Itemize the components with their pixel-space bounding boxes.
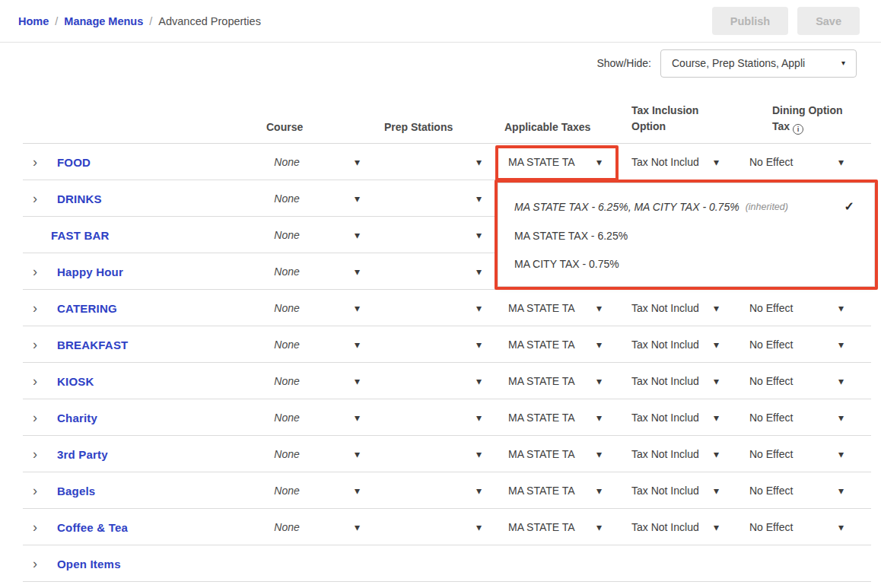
menu-name-link[interactable]: Charity bbox=[57, 411, 97, 424]
tax-inclusion-caret-down-icon[interactable]: ▾ bbox=[714, 522, 719, 532]
dining-option-tax-value[interactable]: No Effect bbox=[749, 448, 793, 460]
info-icon[interactable]: i bbox=[793, 124, 803, 135]
menu-name-link[interactable]: CATERING bbox=[57, 301, 117, 314]
breadcrumb-home-link[interactable]: Home bbox=[18, 15, 49, 27]
dining-option-tax-value[interactable]: No Effect bbox=[749, 302, 793, 314]
menu-name-link[interactable]: FOOD bbox=[57, 155, 91, 168]
prep-stations-caret-down-icon[interactable]: ▾ bbox=[476, 157, 482, 167]
chevron-right-icon[interactable]: › bbox=[33, 263, 37, 279]
applicable-taxes-caret-down-icon[interactable]: ▾ bbox=[596, 376, 602, 386]
course-caret-down-icon[interactable]: ▾ bbox=[355, 522, 360, 532]
tax-inclusion-trigger[interactable]: Tax Not Includ bbox=[631, 412, 699, 424]
course-caret-down-icon[interactable]: ▾ bbox=[355, 485, 360, 496]
tax-inclusion-trigger[interactable]: Tax Not Includ bbox=[631, 375, 699, 387]
course-caret-down-icon[interactable]: ▾ bbox=[355, 376, 360, 386]
chevron-right-icon[interactable]: › bbox=[33, 336, 37, 352]
applicable-taxes-trigger[interactable]: MA STATE TA bbox=[508, 412, 575, 424]
applicable-taxes-caret-down-icon[interactable]: ▾ bbox=[596, 339, 602, 350]
tax-inclusion-trigger[interactable]: Tax Not Includ bbox=[631, 485, 699, 497]
applicable-taxes-trigger[interactable]: MA STATE TA bbox=[508, 521, 575, 533]
publish-button[interactable]: Publish bbox=[712, 7, 788, 35]
menu-name-link[interactable]: FAST BAR bbox=[51, 228, 110, 241]
dining-option-tax-value[interactable]: No Effect bbox=[749, 521, 793, 533]
tax-inclusion-trigger[interactable]: Tax Not Includ bbox=[631, 156, 699, 168]
tax-inclusion-trigger[interactable]: Tax Not Includ bbox=[631, 338, 699, 351]
save-button[interactable]: Save bbox=[797, 7, 860, 35]
tax-inclusion-caret-down-icon[interactable]: ▾ bbox=[714, 449, 719, 459]
prep-stations-caret-down-icon[interactable]: ▾ bbox=[476, 339, 482, 350]
course-caret-down-icon[interactable]: ▾ bbox=[355, 230, 360, 240]
chevron-right-icon[interactable]: › bbox=[33, 154, 37, 170]
menu-name-link[interactable]: Happy Hour bbox=[57, 265, 123, 278]
menu-name-link[interactable]: BREAKFAST bbox=[57, 338, 128, 351]
tax-inclusion-trigger[interactable]: Tax Not Includ bbox=[631, 521, 699, 533]
prep-stations-caret-down-icon[interactable]: ▾ bbox=[476, 485, 482, 496]
chevron-right-icon[interactable]: › bbox=[33, 555, 37, 571]
dining-option-caret-down-icon[interactable]: ▾ bbox=[838, 522, 844, 532]
dining-option-tax-value[interactable]: No Effect bbox=[749, 375, 793, 387]
dining-option-caret-down-icon[interactable]: ▾ bbox=[838, 303, 844, 313]
menu-name-link[interactable]: Coffee & Tea bbox=[57, 520, 128, 533]
chevron-right-icon[interactable]: › bbox=[33, 482, 37, 498]
dining-option-tax-value[interactable]: No Effect bbox=[749, 338, 793, 351]
prep-stations-caret-down-icon[interactable]: ▾ bbox=[476, 449, 482, 459]
applicable-taxes-trigger[interactable]: MA STATE TA bbox=[508, 375, 575, 387]
applicable-taxes-caret-down-icon[interactable]: ▾ bbox=[596, 522, 602, 532]
chevron-right-icon[interactable]: › bbox=[33, 519, 37, 535]
chevron-right-icon[interactable]: › bbox=[33, 190, 37, 206]
tax-dropdown-option[interactable]: MA CITY TAX - 0.75% bbox=[514, 258, 854, 270]
course-caret-down-icon[interactable]: ▾ bbox=[355, 303, 360, 313]
prep-stations-caret-down-icon[interactable]: ▾ bbox=[476, 522, 482, 532]
menu-name-link[interactable]: Open Items bbox=[57, 557, 121, 570]
applicable-taxes-trigger[interactable]: MA STATE TA bbox=[508, 156, 575, 168]
tax-inclusion-caret-down-icon[interactable]: ▾ bbox=[714, 412, 719, 423]
course-caret-down-icon[interactable]: ▾ bbox=[355, 266, 360, 277]
prep-stations-caret-down-icon[interactable]: ▾ bbox=[476, 412, 482, 423]
tax-inclusion-trigger[interactable]: Tax Not Includ bbox=[631, 302, 699, 314]
dining-option-caret-down-icon[interactable]: ▾ bbox=[838, 157, 844, 167]
chevron-right-icon[interactable]: › bbox=[33, 373, 37, 389]
chevron-right-icon[interactable]: › bbox=[33, 300, 37, 316]
course-caret-down-icon[interactable]: ▾ bbox=[355, 449, 360, 459]
dining-option-tax-value[interactable]: No Effect bbox=[749, 412, 793, 424]
course-caret-down-icon[interactable]: ▾ bbox=[355, 339, 360, 350]
dining-option-caret-down-icon[interactable]: ▾ bbox=[838, 485, 844, 496]
tax-inclusion-caret-down-icon[interactable]: ▾ bbox=[714, 376, 719, 386]
prep-stations-caret-down-icon[interactable]: ▾ bbox=[476, 230, 482, 240]
applicable-taxes-caret-down-icon[interactable]: ▾ bbox=[596, 412, 602, 423]
applicable-taxes-caret-down-icon[interactable]: ▾ bbox=[596, 157, 602, 167]
course-caret-down-icon[interactable]: ▾ bbox=[355, 193, 360, 204]
tax-inclusion-trigger[interactable]: Tax Not Includ bbox=[631, 448, 699, 460]
applicable-taxes-trigger[interactable]: MA STATE TA bbox=[508, 485, 575, 497]
tax-inclusion-caret-down-icon[interactable]: ▾ bbox=[714, 339, 719, 350]
dining-option-caret-down-icon[interactable]: ▾ bbox=[838, 412, 844, 423]
tax-inclusion-caret-down-icon[interactable]: ▾ bbox=[714, 157, 719, 167]
prep-stations-caret-down-icon[interactable]: ▾ bbox=[476, 303, 482, 313]
tax-dropdown-option[interactable]: MA STATE TAX - 6.25% bbox=[514, 230, 854, 242]
show-hide-select[interactable]: Course, Prep Stations, Appli ▾ bbox=[660, 49, 857, 78]
prep-stations-caret-down-icon[interactable]: ▾ bbox=[476, 193, 482, 204]
applicable-taxes-caret-down-icon[interactable]: ▾ bbox=[596, 303, 602, 313]
dining-option-caret-down-icon[interactable]: ▾ bbox=[838, 449, 844, 459]
tax-dropdown-option[interactable]: MA STATE TAX - 6.25%, MA CITY TAX - 0.75… bbox=[514, 199, 854, 214]
dining-option-tax-value[interactable]: No Effect bbox=[749, 156, 793, 168]
prep-stations-caret-down-icon[interactable]: ▾ bbox=[476, 376, 482, 386]
dining-option-caret-down-icon[interactable]: ▾ bbox=[838, 376, 844, 386]
applicable-taxes-trigger[interactable]: MA STATE TA bbox=[508, 302, 575, 314]
dining-option-caret-down-icon[interactable]: ▾ bbox=[838, 339, 844, 350]
applicable-taxes-caret-down-icon[interactable]: ▾ bbox=[596, 485, 602, 496]
menu-name-link[interactable]: KIOSK bbox=[57, 374, 94, 387]
applicable-taxes-caret-down-icon[interactable]: ▾ bbox=[596, 449, 602, 459]
menu-name-link[interactable]: DRINKS bbox=[57, 192, 102, 205]
course-caret-down-icon[interactable]: ▾ bbox=[355, 412, 360, 423]
menu-name-link[interactable]: 3rd Party bbox=[57, 447, 108, 460]
chevron-right-icon[interactable]: › bbox=[33, 409, 37, 425]
course-caret-down-icon[interactable]: ▾ bbox=[355, 157, 360, 167]
tax-inclusion-caret-down-icon[interactable]: ▾ bbox=[714, 303, 719, 313]
applicable-taxes-trigger[interactable]: MA STATE TA bbox=[508, 338, 575, 351]
prep-stations-caret-down-icon[interactable]: ▾ bbox=[476, 266, 482, 277]
chevron-right-icon[interactable]: › bbox=[33, 446, 37, 462]
tax-inclusion-caret-down-icon[interactable]: ▾ bbox=[714, 485, 719, 496]
applicable-taxes-trigger[interactable]: MA STATE TA bbox=[508, 448, 575, 460]
breadcrumb-manage-menus-link[interactable]: Manage Menus bbox=[64, 15, 143, 27]
